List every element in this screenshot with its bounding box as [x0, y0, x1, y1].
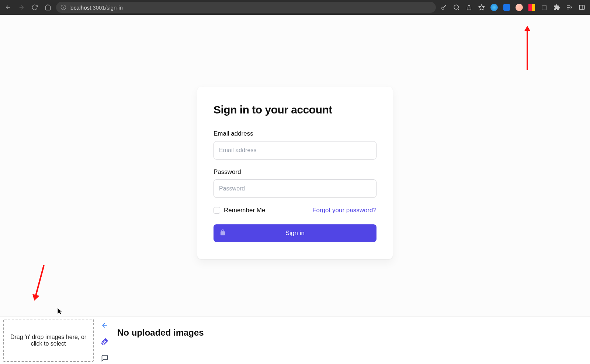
svg-rect-12 [579, 5, 584, 10]
svg-rect-8 [542, 6, 546, 10]
bottom-panel: Drag 'n' drop images here, or click to s… [0, 316, 590, 364]
email-label: Email address [214, 130, 376, 137]
svg-marker-7 [479, 5, 485, 10]
side-panel-icon[interactable] [577, 2, 587, 13]
reading-list-icon[interactable] [564, 2, 575, 13]
forward-button[interactable] [16, 2, 27, 13]
bookmark-star-icon[interactable] [476, 2, 487, 13]
url-bar[interactable]: localhost:3001/sign-in [56, 2, 436, 13]
signin-card: Sign in to your account Email address Pa… [197, 87, 393, 259]
panel-ruler-button[interactable] [98, 336, 111, 347]
browser-chrome: localhost:3001/sign-in [0, 0, 590, 15]
arrow-left-icon [5, 4, 11, 11]
panel-main: No uploaded images [113, 316, 590, 364]
extension-5-icon[interactable] [539, 2, 549, 13]
home-icon [45, 4, 51, 11]
panel-back-button[interactable] [98, 319, 111, 331]
panel-status-text: No uploaded images [117, 328, 204, 338]
page-body: Sign in to your account Email address Pa… [0, 15, 590, 364]
annotation-arrow-bottom [31, 265, 46, 302]
arrow-left-icon [101, 322, 108, 329]
svg-point-4 [454, 5, 458, 9]
svg-line-16 [36, 265, 44, 295]
extension-translate-icon[interactable] [502, 2, 512, 13]
signin-button-label: Sign in [285, 230, 305, 237]
back-button[interactable] [3, 2, 13, 13]
url-text: localhost:3001/sign-in [69, 4, 123, 11]
password-key-icon[interactable] [439, 2, 449, 13]
panel-comment-button[interactable] [98, 352, 111, 364]
password-label: Password [214, 168, 376, 176]
remember-me-checkbox[interactable] [214, 207, 220, 214]
signin-row-options: Remember Me Forgot your password? [214, 207, 376, 214]
ruler-icon [101, 337, 109, 346]
svg-line-5 [458, 8, 459, 10]
panel-tools [97, 316, 113, 364]
arrow-right-icon [18, 4, 25, 11]
reload-icon [31, 4, 38, 11]
chrome-toolbar-right [439, 2, 587, 13]
extension-1-icon[interactable] [489, 2, 499, 13]
reload-button[interactable] [30, 2, 40, 13]
password-field-group: Password [214, 168, 376, 198]
remember-me-text: Remember Me [224, 207, 265, 214]
dropzone-text: Drag 'n' drop images here, or click to s… [7, 334, 90, 347]
email-input[interactable] [214, 141, 376, 160]
email-field-group: Email address [214, 130, 376, 160]
lock-icon [219, 229, 226, 238]
password-input[interactable] [214, 179, 376, 198]
extension-highlighted-icon[interactable] [527, 2, 537, 13]
zoom-icon[interactable] [451, 2, 462, 13]
home-button[interactable] [43, 2, 53, 13]
cursor-icon [55, 307, 63, 316]
annotation-arrow-top [524, 26, 531, 70]
signin-button[interactable]: Sign in [214, 224, 376, 242]
info-icon [60, 4, 66, 10]
share-icon[interactable] [464, 2, 474, 13]
remember-me-label[interactable]: Remember Me [214, 207, 265, 214]
signin-title: Sign in to your account [214, 104, 376, 116]
extensions-puzzle-icon[interactable] [552, 2, 562, 13]
svg-marker-15 [524, 26, 530, 31]
svg-marker-17 [32, 294, 39, 301]
svg-point-3 [442, 7, 444, 9]
extension-avatar-icon[interactable] [514, 2, 524, 13]
image-dropzone[interactable]: Drag 'n' drop images here, or click to s… [3, 319, 94, 362]
forgot-password-link[interactable]: Forgot your password? [312, 207, 376, 214]
chat-icon [101, 354, 108, 362]
